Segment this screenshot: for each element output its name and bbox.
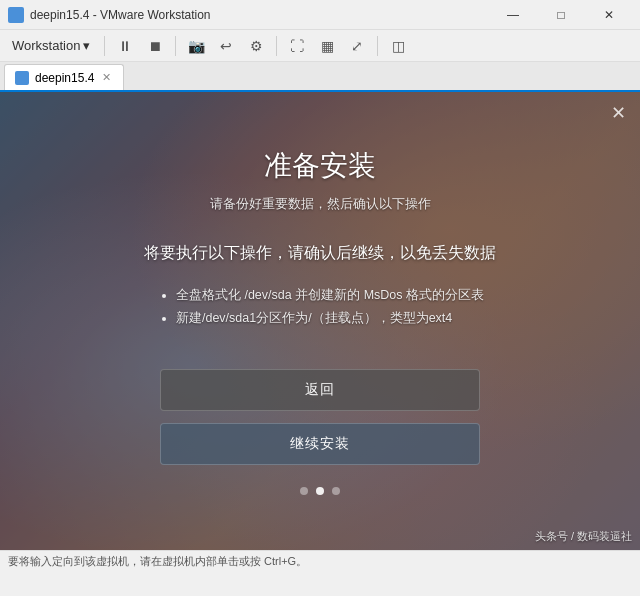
vm-tab[interactable]: deepin15.4 ✕ xyxy=(4,64,124,90)
app-icon xyxy=(8,7,24,23)
toolbar-separator-1 xyxy=(175,36,176,56)
fullscreen-button[interactable]: ⛶ xyxy=(283,33,311,59)
stop-button[interactable]: ⏹ xyxy=(141,33,169,59)
menu-bar: Workstation ▾ ⏸ ⏹ 📷 ↩ ⚙ ⛶ ▦ ⤢ ◫ xyxy=(0,30,640,62)
tab-close-button[interactable]: ✕ xyxy=(100,69,113,86)
pause-button[interactable]: ⏸ xyxy=(111,33,139,59)
snapshot-button[interactable]: 📷 xyxy=(182,33,210,59)
menu-separator xyxy=(104,36,105,56)
revert-button[interactable]: ↩ xyxy=(212,33,240,59)
dialog-title: 准备安装 xyxy=(264,147,376,185)
close-button[interactable]: ✕ xyxy=(586,0,632,30)
workstation-menu[interactable]: Workstation ▾ xyxy=(4,34,98,57)
settings-button[interactable]: ⚙ xyxy=(242,33,270,59)
watermark: 头条号 / 数码装逼社 xyxy=(535,529,632,544)
vm-content[interactable]: ✕ 准备安装 请备份好重要数据，然后确认以下操作 将要执行以下操作，请确认后继续… xyxy=(0,92,640,550)
maximize-button[interactable]: □ xyxy=(538,0,584,30)
continue-button[interactable]: 继续安装 xyxy=(160,423,480,465)
dot-3 xyxy=(332,487,340,495)
list-item-1: 全盘格式化 /dev/sda 并创建新的 MsDos 格式的分区表 xyxy=(176,284,484,307)
dot-1 xyxy=(300,487,308,495)
title-bar-controls: — □ ✕ xyxy=(490,0,632,30)
title-bar: deepin15.4 - VMware Workstation — □ ✕ xyxy=(0,0,640,30)
vm-dialog-close-button[interactable]: ✕ xyxy=(611,102,626,124)
title-bar-text: deepin15.4 - VMware Workstation xyxy=(30,8,490,22)
status-bar: 要将输入定向到该虚拟机，请在虚拟机内部单击或按 Ctrl+G。 xyxy=(0,550,640,572)
resize-button[interactable]: ⤢ xyxy=(343,33,371,59)
dialog-warning: 将要执行以下操作，请确认后继续，以免丢失数据 xyxy=(144,243,496,264)
tab-label: deepin15.4 xyxy=(35,71,94,85)
dialog-list: 全盘格式化 /dev/sda 并创建新的 MsDos 格式的分区表 新建/dev… xyxy=(156,284,484,329)
tab-vm-icon xyxy=(15,71,29,85)
status-text: 要将输入定向到该虚拟机，请在虚拟机内部单击或按 Ctrl+G。 xyxy=(8,554,307,569)
toolbar-separator-3 xyxy=(377,36,378,56)
tab-bar: deepin15.4 ✕ xyxy=(0,62,640,92)
list-item-2: 新建/dev/sda1分区作为/（挂载点），类型为ext4 xyxy=(176,307,484,330)
dialog-subtitle: 请备份好重要数据，然后确认以下操作 xyxy=(210,195,431,213)
splitview-button[interactable]: ▦ xyxy=(313,33,341,59)
back-button[interactable]: 返回 xyxy=(160,369,480,411)
toolbar-separator-2 xyxy=(276,36,277,56)
install-dialog: 准备安装 请备份好重要数据，然后确认以下操作 将要执行以下操作，请确认后继续，以… xyxy=(0,92,640,550)
page-dots xyxy=(300,487,340,495)
dot-2 xyxy=(316,487,324,495)
minimize-button[interactable]: — xyxy=(490,0,536,30)
view-button[interactable]: ◫ xyxy=(384,33,412,59)
